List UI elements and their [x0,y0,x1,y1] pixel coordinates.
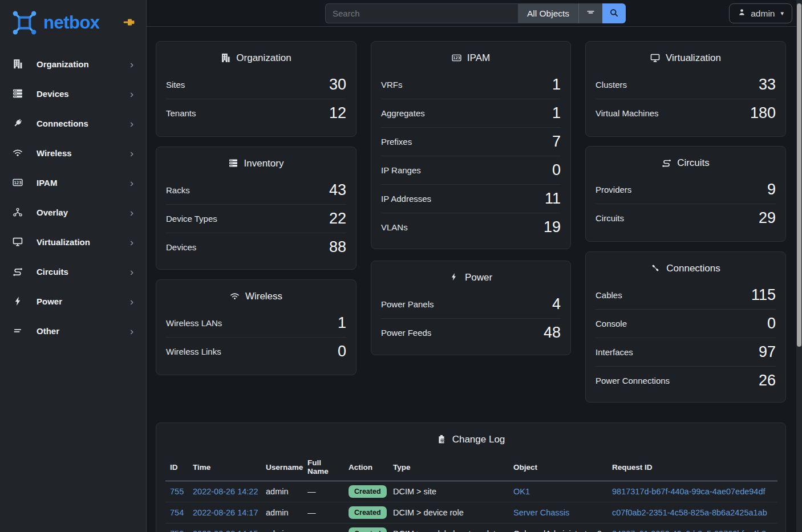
stat-row: Clusters 33 [596,70,776,99]
card-ipam: 123 IPAM VRFs 1 Aggregates 1 Prefixes 7 … [371,41,571,249]
changelog-id-link[interactable]: 753 [170,529,184,532]
sidebar-item-organization[interactable]: Organization › [0,49,146,79]
wifi-icon [230,291,240,302]
plug-icon [13,118,25,128]
changelog-time-link[interactable]: 2022-08-26 14:17 [193,508,258,517]
stat-row: Power Feeds 48 [381,318,561,347]
search-scope-button[interactable]: All Objects [518,3,578,23]
sidebar-item-overlay[interactable]: Overlay › [0,197,146,227]
chevron-right-icon: › [130,88,133,99]
filter-button[interactable] [578,3,602,23]
col-header-id: ID [165,453,193,481]
search-icon [609,8,619,19]
chevron-right-icon: › [130,118,133,129]
circuit-icon [662,158,672,168]
changelog-id-link[interactable]: 755 [170,487,184,496]
circuit-icon [13,266,25,277]
pin-icon[interactable] [122,18,136,28]
changelog-object-link[interactable]: Server Chassis [513,508,569,517]
stat-row: Interfaces 97 [596,338,776,366]
person-icon [738,8,746,19]
stat-row: Circuits 29 [596,204,776,232]
sidebar-item-circuits[interactable]: Circuits › [0,257,146,286]
card-inventory: Inventory Racks 43 Device Types 22 Devic… [156,147,357,270]
numbers-icon: 123 [452,53,462,63]
card-title-text: Organization [236,52,291,64]
sidebar-item-other[interactable]: Other › [0,316,146,346]
stat-row: Tenants 12 [166,99,346,127]
building-icon [13,59,25,69]
sidebar-item-ipam[interactable]: 123 IPAM › [0,168,146,197]
cable-icon [651,263,661,274]
sidebar-item-label: Other [37,326,59,336]
col-header-username: Username [266,453,307,481]
status-badge: Created [349,485,387,498]
sidebar-item-label: Organization [37,59,89,69]
table-header-row: ID Time Username Full Name Action Type O… [165,453,777,481]
sidebar-item-label: IPAM [37,178,57,188]
card-title-text: Connections [666,263,720,274]
stat-row: VLANs 19 [381,213,561,241]
topology-icon [13,207,25,217]
sidebar-item-connections[interactable]: Connections › [0,108,146,138]
stat-row: IP Addresses 11 [381,184,561,213]
chevron-right-icon: › [130,207,133,218]
scrollbar-track[interactable] [796,0,802,532]
changelog-time-link[interactable]: 2022-08-26 14:22 [193,487,258,496]
card-change-log: Change Log ID Time Username Full Name Ac… [156,423,786,532]
server-rack-icon [229,159,239,169]
stat-row: VRFs 1 [381,70,561,99]
changelog-type: DCIM > device role [393,502,513,523]
stat-row: Providers 9 [596,175,776,204]
changelog-id-link[interactable]: 754 [170,508,184,517]
topbar: All Objects admin ▾ [147,0,802,27]
sidebar-nav: Organization › Devices › Connections › [0,49,146,346]
stat-row: Wireless Links 0 [166,337,346,366]
stat-row: Wireless LANs 1 [166,308,346,337]
col-header-type: Type [393,453,513,481]
changelog-username: admin [266,523,307,532]
card-virtualization: Virtualization Clusters 33 Virtual Machi… [585,41,786,137]
changelog-object-link[interactable]: OK1 [513,487,530,496]
sidebar-item-wireless[interactable]: Wireless › [0,138,146,168]
svg-text:123: 123 [14,180,21,185]
sidebar-item-label: Connections [37,119,88,128]
user-menu-label: admin [751,9,775,19]
card-title-text: Wireless [245,291,282,302]
card-wireless: Wireless Wireless LANs 1 Wireless Links … [156,279,357,375]
changelog-fullname: — [307,523,349,532]
scrollbar-thumb[interactable] [797,3,801,347]
stat-row: Racks 43 [166,176,346,204]
table-row: 753 2022-08-26 14:15 admin — Created DCI… [165,523,777,532]
bolt-icon [13,296,25,306]
sidebar-item-power[interactable]: Power › [0,286,146,316]
col-header-fullname: Full Name [307,453,349,481]
search-input[interactable] [325,3,518,23]
lines-icon [13,326,25,336]
building-icon [221,53,231,63]
stat-row: Aggregates 1 [381,99,561,127]
filter-icon [586,8,596,19]
wifi-icon [13,148,25,158]
changelog-time-link[interactable]: 2022-08-26 14:15 [193,529,258,532]
sidebar-item-virtualization[interactable]: Virtualization › [0,227,146,257]
stat-row: Devices 88 [166,233,346,261]
changelog-type: DCIM > module bay template [393,523,513,532]
chevron-right-icon: › [130,177,133,188]
search-submit-button[interactable] [602,3,626,23]
chevron-right-icon: › [130,266,133,277]
user-menu-button[interactable]: admin ▾ [729,3,792,23]
svg-text:123: 123 [453,56,460,60]
changelog-request-link[interactable]: 24807c61-9952-49c6-b8a5-69760bfcc4b3 [612,529,766,532]
col-header-object: Object [513,453,612,481]
changelog-request-link[interactable]: 9817317d-b67f-440a-99ca-4ae07ede94df [612,487,765,496]
sidebar-item-devices[interactable]: Devices › [0,79,146,108]
card-title-text: Virtualization [666,52,721,64]
clipboard-clock-icon [437,434,447,445]
chevron-right-icon: › [130,59,133,70]
changelog-request-link[interactable]: c07f0ab2-2351-4c58-825a-8b6a2425a1ab [612,508,767,517]
changelog-username: admin [266,502,307,523]
col-header-time: Time [193,453,266,481]
monitor-icon [650,53,661,63]
chevron-right-icon: › [130,296,133,307]
